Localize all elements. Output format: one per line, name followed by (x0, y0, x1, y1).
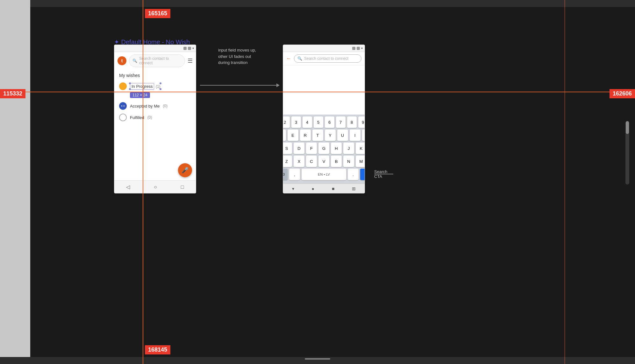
key-b[interactable]: B (331, 156, 342, 167)
key-u[interactable]: U (337, 130, 348, 141)
phone2-search-row: ← 🔍 Search contact to connect (283, 52, 365, 66)
key-3[interactable]: 3 (291, 116, 301, 128)
phone1-mockup: ▾ t 🔍 Search contact to connect ☰ My wis… (114, 45, 196, 193)
transition-arrow (200, 83, 280, 87)
vertical-guide-line (143, 0, 143, 364)
key-2[interactable]: 2 (283, 116, 290, 128)
top-bar (0, 0, 635, 7)
key-period[interactable]: . (348, 169, 359, 180)
phone2-mockup: ▾ ← 🔍 Search contact to connect 1 2 3 4 … (283, 45, 365, 193)
my-wishes-title: My wishes (119, 73, 191, 78)
key-c[interactable]: C (306, 156, 317, 167)
p2-nav-square[interactable]: ■ (332, 186, 334, 191)
status-chevron: ▾ (192, 46, 194, 50)
key-i[interactable]: I (350, 130, 360, 141)
search-icon-active: 🔍 (297, 56, 302, 61)
keyboard-asdf-row: A S D F G H J K L (284, 143, 364, 154)
coord-top: 165165 (145, 9, 170, 18)
key-space[interactable]: EN • LV (302, 169, 346, 180)
key-comma[interactable]: , (289, 169, 300, 180)
scrollbar-thumb[interactable] (626, 121, 629, 134)
annotation-text: input field moves up, other UI fades out… (218, 47, 256, 66)
key-s[interactable]: S (283, 143, 292, 154)
p2-nav-down[interactable]: ▾ (292, 186, 294, 191)
bottom-bar (0, 357, 635, 364)
key-g[interactable]: G (318, 143, 329, 154)
key-9[interactable]: 9 (358, 116, 365, 128)
key-6[interactable]: 6 (325, 116, 334, 128)
keyboard-number-row: 1 2 3 4 5 6 7 8 9 0 (284, 116, 364, 128)
key-w[interactable]: W (283, 130, 286, 141)
nav-back-icon[interactable]: ◁ (126, 184, 130, 190)
keyboard-qwerty-row: Q W E R T Y U I O P (284, 130, 364, 141)
key-j[interactable]: J (343, 143, 354, 154)
app-logo: t (118, 56, 126, 65)
key-8[interactable]: 8 (347, 116, 357, 128)
fulfilled-label: Fulfilled (130, 115, 144, 120)
handle-bl (129, 88, 131, 90)
key-x[interactable]: X (294, 156, 304, 167)
key-sym[interactable]: ?123 (283, 169, 288, 180)
my-wishes-section: My wishes In Progress (1) 112 × 24 ✦✦ Ac… (114, 70, 196, 125)
size-badge-container: 112 × 24 (130, 92, 191, 98)
keyboard-zxcv-row: ⇧ Z X C V B N M ⌫ (284, 156, 364, 167)
key-h[interactable]: H (331, 143, 342, 154)
p2-nav-grid[interactable]: ⊞ (352, 186, 356, 191)
key-z[interactable]: Z (283, 156, 292, 167)
key-m[interactable]: M (356, 156, 365, 167)
key-n[interactable]: N (343, 156, 354, 167)
home-indicator (305, 358, 330, 360)
search-icon: 🔍 (132, 59, 137, 63)
key-k[interactable]: K (356, 143, 365, 154)
scrollbar[interactable] (625, 121, 629, 185)
search-box-active[interactable]: 🔍 Search contact to connect (294, 54, 361, 63)
phone2-nav-bar: ▾ ● ■ ⊞ (283, 184, 365, 193)
fulfilled-count: (0) (147, 115, 152, 120)
fulfilled-item: Fulfilled (0) (119, 112, 191, 123)
search-placeholder-text: Search contact to connect (139, 56, 182, 65)
size-badge: 112 × 24 (130, 92, 150, 98)
vertical-guide-right (565, 0, 565, 364)
search-cta-annotation: Search CTA (374, 174, 393, 174)
key-v[interactable]: V (318, 156, 329, 167)
key-y[interactable]: Y (325, 130, 336, 141)
keyboard: 1 2 3 4 5 6 7 8 9 0 Q W E R T Y U I O P … (283, 115, 365, 184)
fab-mic-button[interactable]: 🎤 (178, 163, 192, 177)
search-active-placeholder: Search contact to connect (304, 56, 348, 61)
coord-bottom: 168145 (145, 345, 170, 354)
horizontal-guide-line (0, 92, 635, 92)
key-7[interactable]: 7 (336, 116, 346, 128)
phone1-search-row: t 🔍 Search contact to connect ☰ (114, 52, 196, 70)
p2-nav-circle[interactable]: ● (312, 186, 314, 191)
key-r[interactable]: R (300, 130, 311, 141)
key-search[interactable]: 🔍 (360, 169, 365, 180)
hamburger-icon[interactable]: ☰ (188, 57, 193, 64)
status-dot1 (183, 47, 187, 50)
fulfilled-icon (119, 114, 127, 121)
key-o[interactable]: O (362, 130, 365, 141)
key-t[interactable]: T (312, 130, 323, 141)
in-progress-label-container: In Progress (1) (130, 83, 161, 89)
p2-status-dot2 (357, 47, 360, 50)
search-box[interactable]: 🔍 Search contact to connect (129, 54, 185, 67)
accepted-item: ✦✦ Accepted by Me (0) (119, 100, 191, 112)
handle-tl (129, 82, 131, 84)
phone2-status-bar: ▾ (283, 45, 365, 52)
phone1-status-bar: ▾ (114, 45, 196, 52)
key-f[interactable]: F (306, 143, 317, 154)
nav-home-icon[interactable]: ○ (154, 184, 157, 190)
back-icon[interactable]: ← (286, 56, 291, 61)
key-d[interactable]: D (294, 143, 304, 154)
in-progress-badge: In Progress (130, 83, 154, 90)
accepted-icon: ✦✦ (119, 102, 127, 110)
key-e[interactable]: E (288, 130, 298, 141)
key-5[interactable]: 5 (314, 116, 323, 128)
phone1-nav-bar: ◁ ○ □ (114, 180, 196, 193)
faded-content-area (283, 66, 365, 104)
status-dot2 (188, 47, 191, 50)
nav-recents-icon[interactable]: □ (181, 184, 184, 190)
accepted-label: Accepted by Me (130, 104, 160, 108)
search-cta-label: Search CTA (374, 169, 393, 179)
in-progress-icon (119, 82, 127, 90)
key-4[interactable]: 4 (303, 116, 312, 128)
